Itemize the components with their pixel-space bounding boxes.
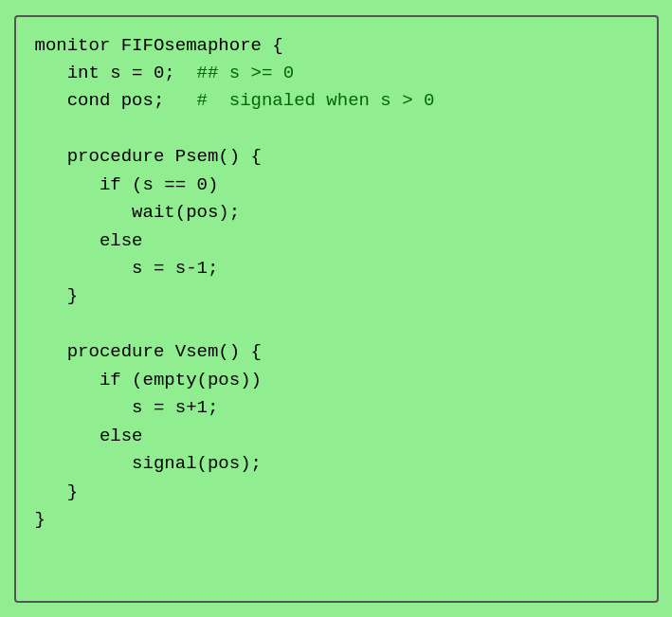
code-line-16: signal(pos); bbox=[35, 453, 262, 474]
code-line-8: else bbox=[35, 230, 143, 251]
code-line-13: if (empty(pos)) bbox=[35, 370, 262, 390]
code-line-7: wait(pos); bbox=[35, 202, 241, 223]
code-line-17: } bbox=[35, 481, 79, 502]
code-line-14: s = s+1; bbox=[35, 397, 219, 418]
code-line-15: else bbox=[35, 426, 143, 446]
code-line-10: } bbox=[35, 285, 79, 306]
code-line-5: procedure Psem() { bbox=[35, 146, 262, 167]
code-line-12: procedure Vsem() { bbox=[35, 341, 262, 362]
code-line-3: cond pos; # signaled when s > 0 bbox=[35, 90, 435, 111]
code-line-6: if (s == 0) bbox=[35, 174, 219, 195]
code-line-2: int s = 0; ## s >= 0 bbox=[35, 63, 295, 83]
code-line-9: s = s-1; bbox=[35, 258, 219, 279]
code-line-1: monitor FIFOsemaphore { bbox=[35, 35, 283, 56]
code-container: monitor FIFOsemaphore { int s = 0; ## s … bbox=[14, 15, 659, 603]
code-line-18: } bbox=[35, 509, 45, 530]
code-block: monitor FIFOsemaphore { int s = 0; ## s … bbox=[35, 32, 638, 535]
